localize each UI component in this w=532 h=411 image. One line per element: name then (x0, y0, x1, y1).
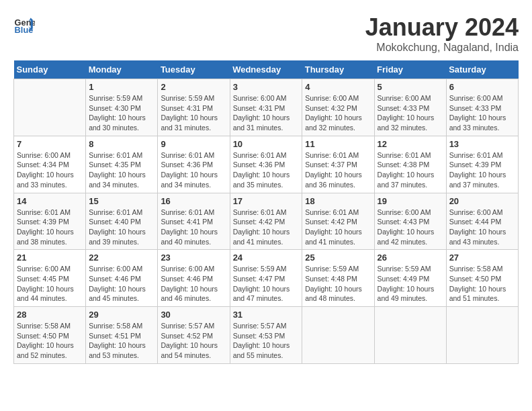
day-of-week-thursday: Thursday (302, 60, 374, 79)
day-info: Sunrise: 5:59 AMSunset: 4:30 PMDaylight:… (89, 93, 154, 133)
calendar-cell: 24Sunrise: 5:59 AMSunset: 4:47 PMDayligh… (230, 250, 302, 307)
day-number: 3 (233, 82, 300, 92)
day-number: 20 (449, 196, 515, 206)
calendar-cell: 5Sunrise: 6:00 AMSunset: 4:33 PMDaylight… (374, 79, 446, 136)
calendar-cell: 16Sunrise: 6:01 AMSunset: 4:41 PMDayligh… (158, 193, 230, 250)
day-info: Sunrise: 6:01 AMSunset: 4:38 PMDaylight:… (378, 150, 443, 190)
day-number: 30 (161, 310, 226, 320)
day-info: Sunrise: 5:57 AMSunset: 4:52 PMDaylight:… (161, 321, 226, 361)
week-row-5: 28Sunrise: 5:58 AMSunset: 4:50 PMDayligh… (14, 307, 519, 364)
day-number: 19 (378, 196, 443, 206)
day-info: Sunrise: 6:00 AMSunset: 4:43 PMDaylight:… (378, 208, 443, 247)
day-info: Sunrise: 6:01 AMSunset: 4:41 PMDaylight:… (161, 208, 226, 247)
day-number: 29 (89, 310, 154, 320)
calendar-cell (374, 307, 446, 364)
day-number: 28 (17, 310, 83, 320)
day-info: Sunrise: 6:01 AMSunset: 4:35 PMDaylight:… (89, 150, 154, 190)
calendar-cell: 2Sunrise: 5:59 AMSunset: 4:31 PMDaylight… (158, 79, 230, 136)
calendar-cell: 31Sunrise: 5:57 AMSunset: 4:53 PMDayligh… (230, 307, 302, 364)
day-info: Sunrise: 5:59 AMSunset: 4:31 PMDaylight:… (161, 93, 226, 133)
calendar-cell: 28Sunrise: 5:58 AMSunset: 4:50 PMDayligh… (14, 307, 86, 364)
day-info: Sunrise: 5:58 AMSunset: 4:50 PMDaylight:… (17, 321, 83, 361)
calendar-cell: 18Sunrise: 6:01 AMSunset: 4:42 PMDayligh… (302, 193, 374, 250)
day-info: Sunrise: 6:00 AMSunset: 4:46 PMDaylight:… (161, 264, 226, 304)
day-info: Sunrise: 6:01 AMSunset: 4:39 PMDaylight:… (449, 150, 515, 190)
day-info: Sunrise: 6:00 AMSunset: 4:33 PMDaylight:… (378, 93, 443, 133)
subtitle: Mokokchung, Nagaland, India (365, 42, 519, 54)
day-number: 23 (161, 253, 226, 263)
day-of-week-wednesday: Wednesday (230, 60, 302, 79)
day-info: Sunrise: 5:59 AMSunset: 4:49 PMDaylight:… (378, 264, 443, 304)
day-info: Sunrise: 5:59 AMSunset: 4:47 PMDaylight:… (233, 264, 300, 304)
calendar-cell: 29Sunrise: 5:58 AMSunset: 4:51 PMDayligh… (86, 307, 158, 364)
calendar-cell (446, 307, 518, 364)
day-number: 6 (449, 82, 515, 92)
day-info: Sunrise: 6:01 AMSunset: 4:42 PMDaylight:… (305, 208, 371, 247)
calendar-cell: 6Sunrise: 6:00 AMSunset: 4:33 PMDaylight… (446, 79, 518, 136)
day-of-week-sunday: Sunday (14, 60, 86, 79)
calendar-cell: 1Sunrise: 5:59 AMSunset: 4:30 PMDaylight… (86, 79, 158, 136)
calendar-cell: 20Sunrise: 6:00 AMSunset: 4:44 PMDayligh… (446, 193, 518, 250)
day-info: Sunrise: 6:01 AMSunset: 4:42 PMDaylight:… (233, 208, 300, 247)
day-number: 31 (233, 310, 300, 320)
calendar-cell: 22Sunrise: 6:00 AMSunset: 4:46 PMDayligh… (86, 250, 158, 307)
day-number: 9 (161, 139, 226, 149)
day-info: Sunrise: 6:00 AMSunset: 4:31 PMDaylight:… (233, 93, 300, 133)
day-number: 7 (17, 139, 83, 149)
calendar-cell (302, 307, 374, 364)
day-number: 14 (17, 196, 83, 206)
day-number: 25 (305, 253, 371, 263)
main-title: January 2024 (365, 13, 519, 42)
day-number: 1 (89, 82, 154, 92)
calendar-header: SundayMondayTuesdayWednesdayThursdayFrid… (14, 60, 519, 79)
day-number: 11 (305, 139, 371, 149)
calendar-cell: 12Sunrise: 6:01 AMSunset: 4:38 PMDayligh… (374, 136, 446, 193)
day-number: 17 (233, 196, 300, 206)
day-info: Sunrise: 5:58 AMSunset: 4:50 PMDaylight:… (449, 264, 515, 304)
day-number: 15 (89, 196, 154, 206)
day-of-week-friday: Friday (374, 60, 446, 79)
day-number: 13 (449, 139, 515, 149)
calendar-cell: 13Sunrise: 6:01 AMSunset: 4:39 PMDayligh… (446, 136, 518, 193)
calendar-cell: 23Sunrise: 6:00 AMSunset: 4:46 PMDayligh… (158, 250, 230, 307)
calendar-cell: 21Sunrise: 6:00 AMSunset: 4:45 PMDayligh… (14, 250, 86, 307)
calendar-cell: 10Sunrise: 6:01 AMSunset: 4:36 PMDayligh… (230, 136, 302, 193)
day-info: Sunrise: 6:01 AMSunset: 4:36 PMDaylight:… (233, 150, 300, 190)
week-row-1: 1Sunrise: 5:59 AMSunset: 4:30 PMDaylight… (14, 79, 519, 136)
calendar-table: SundayMondayTuesdayWednesdayThursdayFrid… (13, 60, 519, 364)
day-info: Sunrise: 6:00 AMSunset: 4:44 PMDaylight:… (449, 208, 515, 247)
week-row-3: 14Sunrise: 6:01 AMSunset: 4:39 PMDayligh… (14, 193, 519, 250)
calendar-cell: 26Sunrise: 5:59 AMSunset: 4:49 PMDayligh… (374, 250, 446, 307)
calendar-cell: 15Sunrise: 6:01 AMSunset: 4:40 PMDayligh… (86, 193, 158, 250)
calendar-cell: 3Sunrise: 6:00 AMSunset: 4:31 PMDaylight… (230, 79, 302, 136)
day-info: Sunrise: 6:00 AMSunset: 4:34 PMDaylight:… (17, 150, 83, 190)
day-of-week-saturday: Saturday (446, 60, 518, 79)
day-number: 26 (378, 253, 443, 263)
calendar-body: 1Sunrise: 5:59 AMSunset: 4:30 PMDaylight… (14, 79, 519, 364)
days-of-week-row: SundayMondayTuesdayWednesdayThursdayFrid… (14, 60, 519, 79)
day-number: 18 (305, 196, 371, 206)
day-number: 8 (89, 139, 154, 149)
day-info: Sunrise: 6:00 AMSunset: 4:32 PMDaylight:… (305, 93, 371, 133)
day-info: Sunrise: 5:58 AMSunset: 4:51 PMDaylight:… (89, 321, 154, 361)
day-of-week-tuesday: Tuesday (158, 60, 230, 79)
title-section: January 2024 Mokokchung, Nagaland, India (365, 13, 519, 54)
calendar-cell: 19Sunrise: 6:00 AMSunset: 4:43 PMDayligh… (374, 193, 446, 250)
day-info: Sunrise: 5:57 AMSunset: 4:53 PMDaylight:… (233, 321, 300, 361)
calendar-cell: 9Sunrise: 6:01 AMSunset: 4:36 PMDaylight… (158, 136, 230, 193)
week-row-4: 21Sunrise: 6:00 AMSunset: 4:45 PMDayligh… (14, 250, 519, 307)
day-number: 4 (305, 82, 371, 92)
day-info: Sunrise: 6:01 AMSunset: 4:37 PMDaylight:… (305, 150, 371, 190)
calendar-cell: 14Sunrise: 6:01 AMSunset: 4:39 PMDayligh… (14, 193, 86, 250)
page-header: General Blue January 2024 Mokokchung, Na… (13, 13, 519, 54)
day-number: 2 (161, 82, 226, 92)
calendar-cell: 27Sunrise: 5:58 AMSunset: 4:50 PMDayligh… (446, 250, 518, 307)
day-number: 12 (378, 139, 443, 149)
logo: General Blue (13, 13, 35, 35)
week-row-2: 7Sunrise: 6:00 AMSunset: 4:34 PMDaylight… (14, 136, 519, 193)
calendar-cell: 8Sunrise: 6:01 AMSunset: 4:35 PMDaylight… (86, 136, 158, 193)
day-number: 22 (89, 253, 154, 263)
calendar-cell: 11Sunrise: 6:01 AMSunset: 4:37 PMDayligh… (302, 136, 374, 193)
logo-icon: General Blue (13, 13, 35, 35)
day-info: Sunrise: 6:00 AMSunset: 4:45 PMDaylight:… (17, 264, 83, 304)
